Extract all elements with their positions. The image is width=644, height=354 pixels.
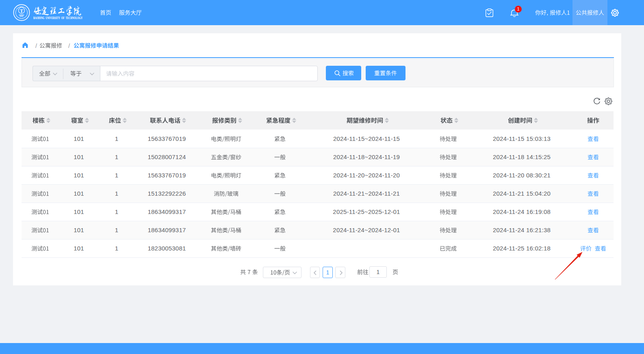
svg-text:T: T bbox=[20, 8, 23, 14]
